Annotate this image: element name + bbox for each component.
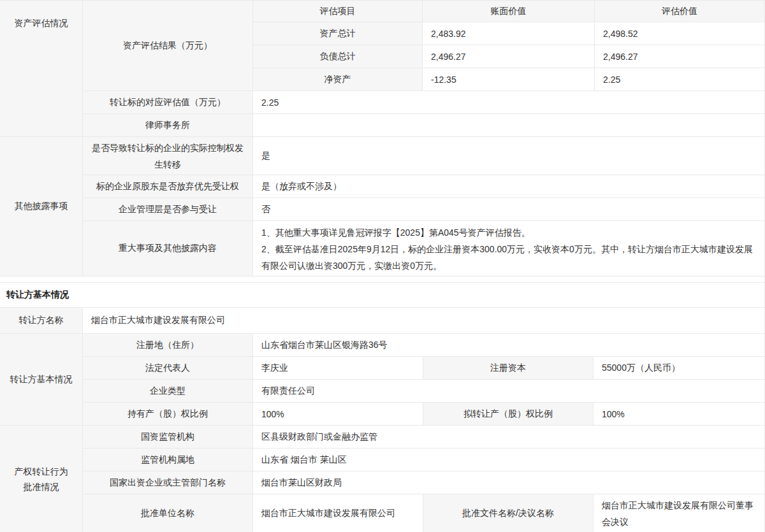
table-row-asset-total: 资产总计 2,483.92 2,498.52 [253, 22, 764, 45]
table-row-group-transferor-basic: 转让方基本情况 注册地（住所） 山东省烟台市莱山区银海路36号 法定代表人 李庆… [0, 334, 764, 426]
table-row-state-funded-enterprise: 国家出资企业或主管部门名称 烟台市莱山区财政局 [83, 471, 764, 494]
property-transfer-listing-page: 资产评估情况 资产评估结果（万元） 评估项目 账面价值 评估价值 资产总计 2,… [0, 0, 765, 532]
net-assets-assessed-value: 2.25 [595, 68, 764, 91]
label-transfer-ratio: 拟转让产（股）权比例 [423, 403, 594, 426]
eval-item-liability-total: 负债总计 [253, 45, 423, 68]
other-disclosure-rows: 是否导致转让标的企业的实际控制权发生转移 是 标的企业原股东是否放弃优先受让权 … [83, 137, 764, 277]
management-participation-value: 否 [253, 198, 764, 221]
regulator-value: 区县级财政部门或金融办监管 [253, 426, 764, 449]
label-law-firm: 律师事务所 [83, 114, 253, 137]
label-legal-representative: 法定代表人 [83, 357, 253, 380]
asset-total-book-value: 2,483.92 [423, 22, 595, 45]
table-row-group-other-disclosure: 其他披露事项 是否导致转让标的企业的实际控制权发生转移 是 标的企业原股东是否放… [0, 137, 764, 277]
major-matters-line-2: 2、截至评估基准日2025年9月12日，标的企业注册资本300.00万元，实收资… [261, 241, 756, 274]
table-row-equity-ratio: 持有产（股）权比例 100% 拟转让产（股）权比例 100% [83, 403, 764, 426]
preemptive-right-waiver-value: 是（放弃或不涉及） [253, 175, 764, 198]
transferor-info-table: 转让方基本情况 转让方名称 烟台市正大城市建设发展有限公司 转让方基本情况 注册… [0, 282, 764, 532]
eval-header-assessed-value: 评估价值 [595, 1, 764, 22]
eval-header-book-value: 账面价值 [423, 1, 595, 22]
label-regulator: 国资监管机构 [83, 426, 253, 449]
label-management-participation: 企业管理层是否参与受让 [83, 198, 253, 221]
eval-header-item: 评估项目 [253, 1, 423, 22]
label-registered-capital: 注册资本 [423, 357, 594, 380]
registered-capital-value: 55000万（人民币） [594, 357, 764, 380]
eval-header-row: 评估项目 账面价值 评估价值 [253, 1, 764, 22]
table-row-legal-representative: 法定代表人 李庆业 注册资本 55000万（人民币） [83, 357, 764, 380]
asset-evaluation-rows: 资产评估结果（万元） 评估项目 账面价值 评估价值 资产总计 2,483.92 … [83, 1, 764, 137]
transfer-assessed-value: 2.25 [253, 91, 764, 114]
approval-unit-value: 烟台市正大城市建设发展有限公司 [253, 494, 423, 532]
label-transfer-assessed-value: 转让标的对应评估值（万元） [83, 91, 253, 114]
table-row-registered-address: 注册地（住所） 山东省烟台市莱山区银海路36号 [83, 334, 764, 357]
eval-item-net-assets: 净资产 [253, 68, 423, 91]
enterprise-type-value: 有限责任公司 [253, 380, 764, 403]
registered-address-value: 山东省烟台市莱山区银海路36号 [253, 334, 764, 357]
approval-status-rows: 国资监管机构 区县级财政部门或金融办监管 监管机构属地 山东省 烟台市 莱山区 … [83, 426, 764, 532]
liability-total-book-value: 2,496.27 [423, 45, 595, 68]
major-matters-line-1: 1、其他重大事项详见鲁冠评报字【2025】第A045号资产评估报告。 [261, 224, 756, 241]
table-row-transfer-assessed-value: 转让标的对应评估值（万元） 2.25 [83, 91, 764, 114]
label-holding-ratio: 持有产（股）权比例 [83, 403, 253, 426]
section-separator [0, 277, 764, 282]
label-regulator-location: 监管机构属地 [83, 449, 253, 471]
group-label-approval-status: 产权转让行为 批准情况 [0, 426, 83, 532]
group-label-transferor-basic: 转让方基本情况 [0, 334, 83, 426]
label-approval-document: 批准文件名称/决议名称 [423, 494, 594, 532]
table-row-eval-result: 资产评估结果（万元） 评估项目 账面价值 评估价值 资产总计 2,483.92 … [83, 1, 764, 91]
label-eval-result: 资产评估结果（万元） [83, 1, 253, 91]
label-registered-address: 注册地（住所） [83, 334, 253, 357]
transfer-ratio-value: 100% [594, 403, 764, 426]
table-row-enterprise-type: 企业类型 有限责任公司 [83, 380, 764, 403]
label-approval-unit: 批准单位名称 [83, 494, 253, 532]
asset-total-assessed-value: 2,498.52 [595, 22, 764, 45]
label-preemptive-right-waiver: 标的企业原股东是否放弃优先受让权 [83, 175, 253, 198]
table-row-major-matters: 重大事项及其他披露内容 1、其他重大事项详见鲁冠评报字【2025】第A045号资… [83, 221, 764, 277]
holding-ratio-value: 100% [253, 403, 423, 426]
label-state-funded-enterprise: 国家出资企业或主管部门名称 [83, 471, 253, 494]
table-row-group-asset-evaluation: 资产评估情况 资产评估结果（万元） 评估项目 账面价值 评估价值 资产总计 2,… [0, 1, 764, 137]
table-row-law-firm: 律师事务所 [83, 114, 764, 137]
control-transfer-value: 是 [253, 137, 764, 175]
asset-evaluation-table: 资产评估情况 资产评估结果（万元） 评估项目 账面价值 评估价值 资产总计 2,… [0, 0, 764, 277]
label-enterprise-type: 企业类型 [83, 380, 253, 403]
transferor-name-value: 烟台市正大城市建设发展有限公司 [83, 308, 764, 334]
table-row-preemptive-right-waiver: 标的企业原股东是否放弃优先受让权 是（放弃或不涉及） [83, 175, 764, 198]
transferor-basic-rows: 注册地（住所） 山东省烟台市莱山区银海路36号 法定代表人 李庆业 注册资本 5… [83, 334, 764, 426]
group-label-asset-evaluation: 资产评估情况 [0, 1, 83, 137]
legal-representative-value: 李庆业 [253, 357, 423, 380]
table-row-approval-unit: 批准单位名称 烟台市正大城市建设发展有限公司 批准文件名称/决议名称 烟台市正大… [83, 494, 764, 532]
law-firm-value [253, 114, 764, 137]
label-major-matters: 重大事项及其他披露内容 [83, 221, 253, 277]
label-transferor-name: 转让方名称 [0, 308, 83, 334]
section-title-transferor-info: 转让方基本情况 [0, 283, 764, 308]
eval-item-asset-total: 资产总计 [253, 22, 423, 45]
state-funded-enterprise-value: 烟台市莱山区财政局 [253, 471, 764, 494]
approval-document-value: 烟台市正大城市建设发展有限公司董事会决议 [594, 494, 764, 532]
major-matters-value: 1、其他重大事项详见鲁冠评报字【2025】第A045号资产评估报告。 2、截至评… [253, 221, 764, 277]
regulator-location-value: 山东省 烟台市 莱山区 [253, 449, 764, 471]
label-control-transfer: 是否导致转让标的企业的实际控制权发生转移 [83, 137, 253, 175]
group-label-other-disclosure: 其他披露事项 [0, 137, 83, 277]
table-row-regulator-location: 监管机构属地 山东省 烟台市 莱山区 [83, 449, 764, 471]
table-row-net-assets: 净资产 -12.35 2.25 [253, 68, 764, 91]
table-row-regulator: 国资监管机构 区县级财政部门或金融办监管 [83, 426, 764, 449]
table-row-group-approval-status: 产权转让行为 批准情况 国资监管机构 区县级财政部门或金融办监管 监管机构属地 … [0, 426, 764, 532]
net-assets-book-value: -12.35 [423, 68, 595, 91]
eval-grid: 评估项目 账面价值 评估价值 资产总计 2,483.92 2,498.52 负债… [253, 1, 764, 91]
table-row-transferor-name: 转让方名称 烟台市正大城市建设发展有限公司 [0, 308, 764, 334]
table-row-management-participation: 企业管理层是否参与受让 否 [83, 198, 764, 221]
liability-total-assessed-value: 2,496.27 [595, 45, 764, 68]
table-row-liability-total: 负债总计 2,496.27 2,496.27 [253, 45, 764, 68]
table-row-control-transfer: 是否导致转让标的企业的实际控制权发生转移 是 [83, 137, 764, 175]
